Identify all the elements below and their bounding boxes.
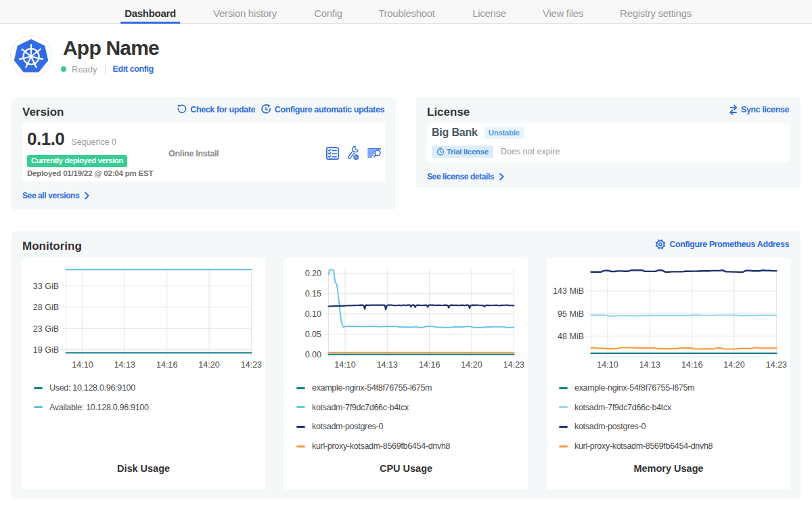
svg-text:0.15: 0.15	[305, 289, 321, 299]
svg-text:23 GiB: 23 GiB	[33, 324, 59, 334]
svg-text:95 MiB: 95 MiB	[558, 309, 584, 319]
svg-text:14:20: 14:20	[461, 360, 482, 370]
svg-text:14:20: 14:20	[723, 360, 744, 370]
svg-text:14:10: 14:10	[334, 360, 355, 370]
svg-text:0.20: 0.20	[305, 269, 321, 278]
svg-text:14:16: 14:16	[681, 360, 702, 370]
svg-text:0.05: 0.05	[305, 330, 321, 339]
svg-text:14:10: 14:10	[597, 360, 618, 370]
svg-text:14:13: 14:13	[639, 360, 660, 370]
svg-text:14:13: 14:13	[377, 360, 398, 370]
svg-text:14:23: 14:23	[766, 360, 787, 370]
svg-text:14:23: 14:23	[241, 360, 262, 370]
svg-text:143 MiB: 143 MiB	[553, 286, 584, 296]
svg-text:19 GiB: 19 GiB	[33, 345, 59, 355]
svg-text:14:16: 14:16	[419, 360, 440, 370]
svg-text:14:10: 14:10	[72, 360, 93, 370]
svg-text:14:16: 14:16	[156, 360, 177, 370]
svg-text:14:13: 14:13	[114, 360, 135, 370]
svg-text:0.10: 0.10	[305, 309, 321, 319]
svg-text:33 GiB: 33 GiB	[33, 282, 59, 291]
svg-text:14:23: 14:23	[503, 360, 524, 370]
svg-text:28 GiB: 28 GiB	[33, 303, 59, 312]
svg-text:14:20: 14:20	[198, 360, 219, 370]
svg-text:0.00: 0.00	[305, 350, 321, 359]
svg-text:48 MiB: 48 MiB	[558, 332, 584, 341]
